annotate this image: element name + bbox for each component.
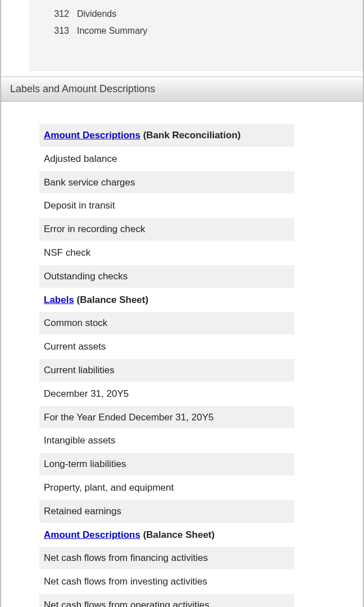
account-row: 312 Dividends bbox=[29, 6, 362, 22]
group-header-link[interactable]: Amount Descriptions bbox=[44, 529, 140, 540]
content-block: Amount Descriptions (Bank Reconciliation… bbox=[1, 102, 363, 607]
list-item: Outstanding checks bbox=[39, 265, 294, 288]
account-number: 312 bbox=[49, 9, 69, 19]
list-item: Current assets bbox=[39, 336, 294, 358]
list-item: Common stock bbox=[39, 312, 294, 334]
list-item: Bank service charges bbox=[39, 171, 294, 194]
list-item: Current liabilities bbox=[39, 359, 294, 382]
group-header-row: Amount Descriptions (Bank Reconciliation… bbox=[39, 124, 294, 147]
section-header: Labels and Amount Descriptions bbox=[1, 76, 363, 102]
spacer bbox=[1, 71, 363, 76]
list-item: Intangible assets bbox=[39, 429, 294, 452]
account-name: Income Summary bbox=[77, 26, 147, 36]
list-item: Net cash flows from operating activities bbox=[39, 594, 294, 607]
list-item: Net cash flows from financing activities bbox=[39, 547, 294, 569]
account-row: 313 Income Summary bbox=[29, 22, 362, 39]
accounts-box: 312 Dividends 313 Income Summary bbox=[29, 0, 363, 71]
list-item: Adjusted balance bbox=[39, 148, 294, 170]
group-header-link[interactable]: Amount Descriptions bbox=[44, 130, 140, 141]
list-item: Property, plant, and equipment bbox=[39, 477, 294, 499]
list-item: Long-term liabilities bbox=[39, 453, 294, 475]
group-header-suffix: (Balance Sheet) bbox=[74, 295, 148, 305]
group-header-suffix: (Bank Reconciliation) bbox=[140, 130, 241, 141]
list-item: Net cash flows from investing activities bbox=[39, 570, 294, 593]
list-item: December 31, 20Y5 bbox=[39, 383, 294, 405]
account-name: Dividends bbox=[77, 9, 116, 19]
group-header-suffix: (Balance Sheet) bbox=[140, 529, 215, 540]
list-item: Error in recording check bbox=[39, 218, 294, 241]
list-item: NSF check bbox=[39, 242, 294, 264]
list-item: Retained earnings bbox=[39, 500, 294, 523]
list-item: For the Year Ended December 31, 20Y5 bbox=[39, 406, 294, 429]
group-header-row: Labels (Balance Sheet) bbox=[39, 289, 294, 311]
list-item: Deposit in transit bbox=[39, 194, 294, 217]
group-header-row: Amount Descriptions (Balance Sheet) bbox=[39, 524, 294, 546]
group-header-link[interactable]: Labels bbox=[44, 295, 74, 305]
account-number: 313 bbox=[49, 26, 69, 36]
